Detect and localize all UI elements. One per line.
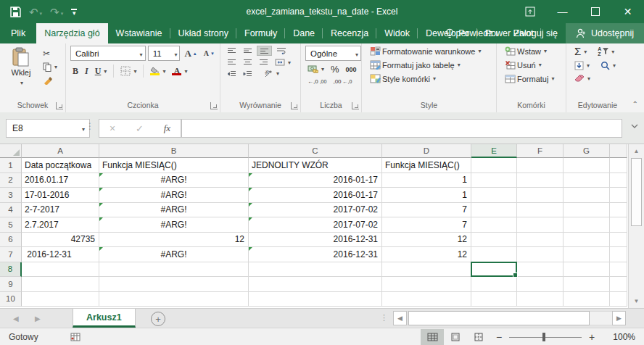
cell-A8[interactable] <box>22 262 99 278</box>
cell-D9[interactable] <box>382 277 471 292</box>
formula-bar-resize-handle[interactable]: ⋮ <box>86 121 94 131</box>
cell-E7[interactable] <box>471 247 517 262</box>
accounting-format-button[interactable] <box>305 65 326 74</box>
close-button[interactable]: ✕ <box>611 0 644 23</box>
cell-A5[interactable]: 2.7.2017 <box>22 217 99 233</box>
cell-D2[interactable]: 1 <box>382 173 471 188</box>
cell-B8[interactable] <box>99 262 249 278</box>
cell-x7[interactable] <box>610 247 627 262</box>
cell-D6[interactable]: 12 <box>382 233 471 248</box>
cell-C5[interactable]: 2017-07-02 <box>249 217 382 233</box>
cell-x4[interactable] <box>610 203 627 218</box>
hscroll-right-button[interactable]: ▶ <box>612 311 626 325</box>
zoom-in-button[interactable]: + <box>583 331 600 343</box>
paste-button[interactable]: Wklej <box>4 46 38 99</box>
minimize-button[interactable]: — <box>546 0 579 23</box>
cell-F9[interactable] <box>517 277 564 292</box>
insert-cells-button[interactable]: Wstaw <box>503 46 563 57</box>
tell-me-button[interactable]: Powiedz ı <box>437 23 505 43</box>
cell-x3[interactable] <box>610 188 627 203</box>
cell-G3[interactable] <box>564 188 610 203</box>
tab-wstawianie[interactable]: Wstawianie <box>108 23 170 43</box>
cell-C3[interactable]: 2016-01-17 <box>249 188 382 203</box>
cell-F10[interactable] <box>517 292 564 307</box>
wrap-text-button[interactable] <box>274 46 289 55</box>
merge-center-button[interactable] <box>273 58 293 67</box>
redo-button[interactable]: ↷ <box>50 5 63 18</box>
zoom-slider[interactable] <box>509 332 582 342</box>
tab-układ-strony[interactable]: Układ strony <box>170 23 236 43</box>
cell-x1[interactable] <box>610 158 627 173</box>
number-format-select[interactable]: Ogólne <box>305 46 361 61</box>
fill-color-button[interactable] <box>148 66 168 76</box>
underline-button[interactable]: U <box>93 65 110 78</box>
tab-scroll-split-handle[interactable]: ⋮ <box>380 313 388 323</box>
cell-A4[interactable]: 2-7-2017 <box>22 203 99 218</box>
liczba-dialog-launcher[interactable] <box>352 102 359 109</box>
font-color-button[interactable]: A <box>170 66 189 76</box>
cell-x5[interactable] <box>610 217 627 233</box>
orientation-button[interactable]: ab <box>263 69 281 78</box>
maximize-button[interactable] <box>579 0 611 23</box>
cell-A3[interactable]: 17-01-2016 <box>22 188 99 203</box>
cell-B3[interactable]: #ARG! <box>99 188 249 203</box>
cell-x6[interactable] <box>610 233 627 248</box>
cell-B10[interactable] <box>99 292 249 307</box>
conditional-formatting-button[interactable]: Formatowanie warunkowe <box>368 46 493 57</box>
italic-button[interactable]: I <box>83 65 91 78</box>
clear-button[interactable] <box>572 74 593 83</box>
sort-filter-button[interactable]: AZ <box>595 46 616 57</box>
column-header-b[interactable]: B <box>99 144 249 158</box>
autosum-button[interactable]: Σ <box>572 46 589 57</box>
cell-C10[interactable] <box>249 292 382 307</box>
cell-F3[interactable] <box>517 188 564 203</box>
format-painter-button[interactable] <box>41 75 59 86</box>
column-header-g[interactable]: G <box>564 144 610 158</box>
cell-B9[interactable] <box>99 277 249 292</box>
row-header-5[interactable]: 5 <box>0 217 22 233</box>
vertical-scrollbar[interactable]: ▲ ▼ <box>628 144 644 308</box>
sheet-tab-arkusz1[interactable]: Arkusz1 <box>73 309 136 328</box>
name-box[interactable]: E8 <box>6 119 90 138</box>
cell-styles-button[interactable]: Style komórki <box>368 73 493 84</box>
row-header-6[interactable]: 6 <box>0 233 22 248</box>
cell-D8[interactable] <box>382 262 471 278</box>
cell-G2[interactable] <box>564 173 610 188</box>
format-cells-button[interactable]: Formatuj <box>503 73 563 84</box>
hscroll-left-button[interactable]: ◀ <box>393 311 407 325</box>
column-header-d[interactable]: D <box>382 144 471 158</box>
align-middle-button[interactable] <box>241 46 255 55</box>
cell-D4[interactable]: 7 <box>382 203 471 218</box>
schowek-dialog-launcher[interactable] <box>56 102 63 109</box>
row-header-8[interactable]: 8 <box>0 262 22 278</box>
cell-G5[interactable] <box>564 217 610 233</box>
cell-E9[interactable] <box>471 277 517 292</box>
align-center-button[interactable] <box>241 58 255 67</box>
fill-handle[interactable] <box>513 273 518 278</box>
column-header-c[interactable]: C <box>249 144 382 158</box>
cell-D5[interactable]: 7 <box>382 217 471 233</box>
cell-B5[interactable]: #ARG! <box>99 217 249 233</box>
cell-G9[interactable] <box>564 277 610 292</box>
insert-function-button[interactable]: fx <box>164 122 170 134</box>
borders-button[interactable] <box>118 65 139 77</box>
zoom-out-button[interactable]: − <box>490 331 508 343</box>
cell-F2[interactable] <box>517 173 564 188</box>
czcionka-dialog-launcher[interactable] <box>210 102 218 109</box>
find-select-button[interactable] <box>598 60 618 71</box>
cell-B2[interactable]: #ARG! <box>99 173 249 188</box>
column-header-partial[interactable] <box>610 144 627 158</box>
expand-formula-bar-button[interactable] <box>631 124 638 128</box>
cell-F4[interactable] <box>517 203 564 218</box>
ribbon-display-options-button[interactable] <box>513 0 546 23</box>
cell-C8[interactable] <box>249 262 382 278</box>
normal-view-button[interactable] <box>421 329 444 345</box>
cell-G4[interactable] <box>564 203 610 218</box>
cell-C2[interactable]: 2016-01-17 <box>249 173 382 188</box>
tab-plik[interactable]: Plik <box>0 23 36 43</box>
cell-E4[interactable] <box>471 203 517 218</box>
cell-B7[interactable]: #ARG! <box>99 247 249 262</box>
cell-E10[interactable] <box>471 292 517 307</box>
cell-F7[interactable] <box>517 247 564 262</box>
cancel-entry-button[interactable]: × <box>110 122 115 134</box>
